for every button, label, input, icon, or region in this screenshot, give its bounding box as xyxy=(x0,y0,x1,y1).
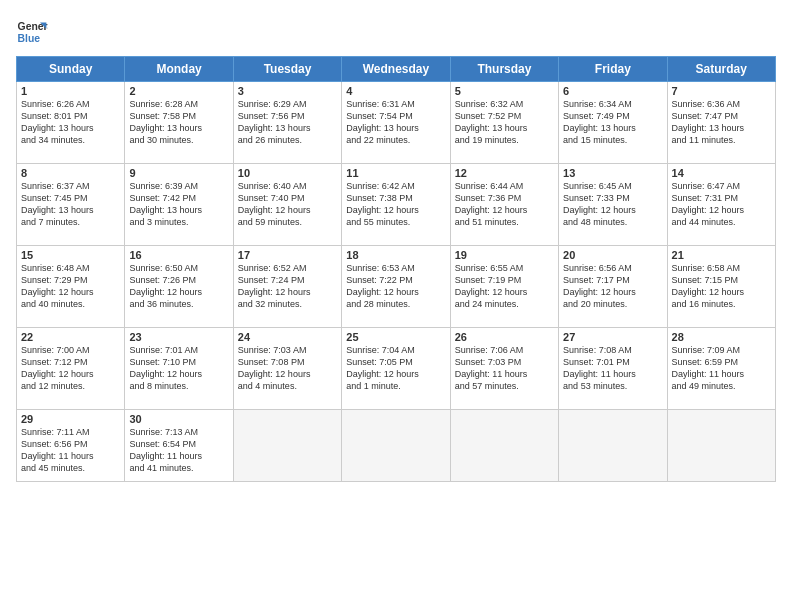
cell-line: and 12 minutes. xyxy=(21,380,120,392)
cell-line: Daylight: 12 hours xyxy=(563,286,662,298)
cal-cell: 18Sunrise: 6:53 AMSunset: 7:22 PMDayligh… xyxy=(342,246,450,328)
cell-line: Sunrise: 6:31 AM xyxy=(346,98,445,110)
cal-cell: 10Sunrise: 6:40 AMSunset: 7:40 PMDayligh… xyxy=(233,164,341,246)
day-number: 2 xyxy=(129,85,228,97)
cell-line: Sunset: 7:47 PM xyxy=(672,110,771,122)
header: General Blue xyxy=(16,16,776,48)
cell-line: Daylight: 12 hours xyxy=(346,204,445,216)
cell-line: and 59 minutes. xyxy=(238,216,337,228)
cal-cell: 15Sunrise: 6:48 AMSunset: 7:29 PMDayligh… xyxy=(17,246,125,328)
cell-line: Sunset: 7:42 PM xyxy=(129,192,228,204)
cell-line: Sunrise: 6:40 AM xyxy=(238,180,337,192)
cell-line: Sunrise: 6:56 AM xyxy=(563,262,662,274)
day-number: 16 xyxy=(129,249,228,261)
cal-cell: 25Sunrise: 7:04 AMSunset: 7:05 PMDayligh… xyxy=(342,328,450,410)
cell-line: Sunrise: 6:28 AM xyxy=(129,98,228,110)
cell-line: Daylight: 12 hours xyxy=(21,368,120,380)
cell-line: and 7 minutes. xyxy=(21,216,120,228)
day-number: 27 xyxy=(563,331,662,343)
cell-line: Sunrise: 6:52 AM xyxy=(238,262,337,274)
cell-line: Sunset: 7:08 PM xyxy=(238,356,337,368)
day-number: 10 xyxy=(238,167,337,179)
cal-cell: 26Sunrise: 7:06 AMSunset: 7:03 PMDayligh… xyxy=(450,328,558,410)
day-number: 30 xyxy=(129,413,228,425)
cell-line: and 20 minutes. xyxy=(563,298,662,310)
cell-line: Sunset: 7:33 PM xyxy=(563,192,662,204)
day-number: 17 xyxy=(238,249,337,261)
cell-line: Sunrise: 6:39 AM xyxy=(129,180,228,192)
cell-line: Sunset: 8:01 PM xyxy=(21,110,120,122)
cell-line: Daylight: 12 hours xyxy=(346,286,445,298)
day-number: 12 xyxy=(455,167,554,179)
cal-cell: 29Sunrise: 7:11 AMSunset: 6:56 PMDayligh… xyxy=(17,410,125,482)
cal-cell: 22Sunrise: 7:00 AMSunset: 7:12 PMDayligh… xyxy=(17,328,125,410)
cell-line: Sunrise: 7:01 AM xyxy=(129,344,228,356)
cell-line: Sunset: 7:03 PM xyxy=(455,356,554,368)
cell-line: and 30 minutes. xyxy=(129,134,228,146)
cell-line: Sunrise: 7:08 AM xyxy=(563,344,662,356)
cell-line: and 45 minutes. xyxy=(21,462,120,474)
cell-line: Sunset: 7:10 PM xyxy=(129,356,228,368)
day-header-wednesday: Wednesday xyxy=(342,57,450,82)
cell-line: Daylight: 12 hours xyxy=(238,286,337,298)
cell-line: Sunset: 7:17 PM xyxy=(563,274,662,286)
cell-line: and 26 minutes. xyxy=(238,134,337,146)
cell-line: Sunrise: 7:11 AM xyxy=(21,426,120,438)
cell-line: Sunset: 6:59 PM xyxy=(672,356,771,368)
cell-line: and 8 minutes. xyxy=(129,380,228,392)
day-number: 25 xyxy=(346,331,445,343)
cell-line: Daylight: 13 hours xyxy=(672,122,771,134)
day-number: 13 xyxy=(563,167,662,179)
cell-line: Daylight: 12 hours xyxy=(672,204,771,216)
day-number: 28 xyxy=(672,331,771,343)
day-header-tuesday: Tuesday xyxy=(233,57,341,82)
cell-line: and 11 minutes. xyxy=(672,134,771,146)
cell-line: Sunrise: 6:47 AM xyxy=(672,180,771,192)
cell-line: and 55 minutes. xyxy=(346,216,445,228)
day-header-row: SundayMondayTuesdayWednesdayThursdayFrid… xyxy=(17,57,776,82)
cal-cell: 5Sunrise: 6:32 AMSunset: 7:52 PMDaylight… xyxy=(450,82,558,164)
cell-line: Sunrise: 7:06 AM xyxy=(455,344,554,356)
cal-cell: 21Sunrise: 6:58 AMSunset: 7:15 PMDayligh… xyxy=(667,246,775,328)
cell-line: Sunset: 7:45 PM xyxy=(21,192,120,204)
cell-line: Daylight: 11 hours xyxy=(21,450,120,462)
cell-line: Daylight: 12 hours xyxy=(21,286,120,298)
cal-cell: 19Sunrise: 6:55 AMSunset: 7:19 PMDayligh… xyxy=(450,246,558,328)
cell-line: Daylight: 13 hours xyxy=(238,122,337,134)
cell-line: and 57 minutes. xyxy=(455,380,554,392)
page: General Blue SundayMondayTuesdayWednesda… xyxy=(0,0,792,490)
cell-line: Daylight: 11 hours xyxy=(129,450,228,462)
cell-line: Daylight: 13 hours xyxy=(563,122,662,134)
cell-line: Daylight: 12 hours xyxy=(672,286,771,298)
cell-line: and 41 minutes. xyxy=(129,462,228,474)
cal-cell xyxy=(559,410,667,482)
cell-line: Sunrise: 7:13 AM xyxy=(129,426,228,438)
day-number: 24 xyxy=(238,331,337,343)
logo: General Blue xyxy=(16,16,48,48)
cell-line: Sunrise: 6:29 AM xyxy=(238,98,337,110)
cal-cell: 20Sunrise: 6:56 AMSunset: 7:17 PMDayligh… xyxy=(559,246,667,328)
cell-line: and 22 minutes. xyxy=(346,134,445,146)
cal-cell: 13Sunrise: 6:45 AMSunset: 7:33 PMDayligh… xyxy=(559,164,667,246)
day-number: 1 xyxy=(21,85,120,97)
day-number: 9 xyxy=(129,167,228,179)
cal-cell: 17Sunrise: 6:52 AMSunset: 7:24 PMDayligh… xyxy=(233,246,341,328)
cell-line: Sunset: 7:38 PM xyxy=(346,192,445,204)
day-header-saturday: Saturday xyxy=(667,57,775,82)
cell-line: Sunrise: 7:00 AM xyxy=(21,344,120,356)
cell-line: Daylight: 13 hours xyxy=(455,122,554,134)
day-header-monday: Monday xyxy=(125,57,233,82)
cell-line: and 16 minutes. xyxy=(672,298,771,310)
cell-line: and 51 minutes. xyxy=(455,216,554,228)
cell-line: Sunrise: 6:50 AM xyxy=(129,262,228,274)
cell-line: Sunrise: 6:45 AM xyxy=(563,180,662,192)
cell-line: Daylight: 11 hours xyxy=(455,368,554,380)
cell-line: Sunrise: 6:55 AM xyxy=(455,262,554,274)
day-number: 14 xyxy=(672,167,771,179)
cell-line: Daylight: 13 hours xyxy=(21,122,120,134)
cell-line: Sunset: 7:22 PM xyxy=(346,274,445,286)
cell-line: Sunrise: 6:53 AM xyxy=(346,262,445,274)
day-number: 5 xyxy=(455,85,554,97)
cell-line: Sunrise: 7:04 AM xyxy=(346,344,445,356)
cell-line: Daylight: 12 hours xyxy=(563,204,662,216)
